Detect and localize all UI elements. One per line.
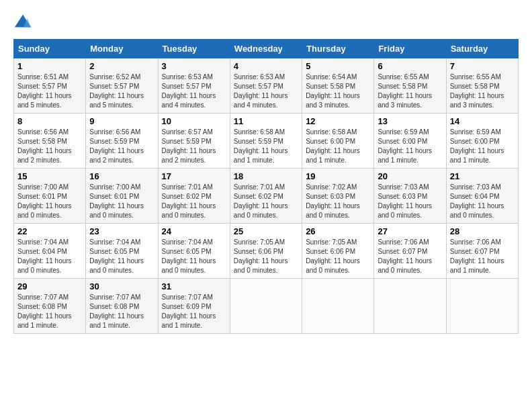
day-info: Sunrise: 7:01 AM Sunset: 6:02 PM Dayligh… xyxy=(162,183,226,220)
day-cell-23: 23 Sunrise: 7:04 AM Sunset: 6:05 PM Dayl… xyxy=(86,224,158,279)
day-cell-10: 10 Sunrise: 6:57 AM Sunset: 5:59 PM Dayl… xyxy=(158,113,230,169)
day-number: 3 xyxy=(162,61,226,71)
day-number: 25 xyxy=(234,226,298,236)
day-info: Sunrise: 6:53 AM Sunset: 5:57 PM Dayligh… xyxy=(162,73,226,110)
weekday-header-monday: Monday xyxy=(86,40,158,58)
day-number: 10 xyxy=(162,116,226,126)
day-cell-4: 4 Sunrise: 6:53 AM Sunset: 5:57 PM Dayli… xyxy=(230,58,302,113)
day-number: 12 xyxy=(306,116,370,126)
day-number: 6 xyxy=(378,61,442,71)
day-cell-11: 11 Sunrise: 6:58 AM Sunset: 5:59 PM Dayl… xyxy=(230,113,302,169)
day-number: 8 xyxy=(17,116,82,126)
day-info: Sunrise: 7:03 AM Sunset: 6:04 PM Dayligh… xyxy=(450,183,515,220)
day-cell-2: 2 Sunrise: 6:52 AM Sunset: 5:57 PM Dayli… xyxy=(86,58,158,113)
day-cell-25: 25 Sunrise: 7:05 AM Sunset: 6:06 PM Dayl… xyxy=(230,224,302,279)
day-cell-19: 19 Sunrise: 7:02 AM Sunset: 6:03 PM Dayl… xyxy=(302,169,374,224)
day-cell-16: 16 Sunrise: 7:00 AM Sunset: 6:01 PM Dayl… xyxy=(86,169,158,224)
day-number: 4 xyxy=(234,61,298,71)
weekday-header-sunday: Sunday xyxy=(14,40,86,58)
day-number: 20 xyxy=(378,171,442,181)
day-info: Sunrise: 7:06 AM Sunset: 6:07 PM Dayligh… xyxy=(378,238,442,275)
day-info: Sunrise: 7:02 AM Sunset: 6:03 PM Dayligh… xyxy=(306,183,370,220)
day-info: Sunrise: 7:07 AM Sunset: 6:09 PM Dayligh… xyxy=(162,293,226,330)
day-number: 13 xyxy=(378,116,442,126)
day-number: 26 xyxy=(306,226,370,236)
day-info: Sunrise: 7:07 AM Sunset: 6:08 PM Dayligh… xyxy=(89,293,154,330)
day-cell-20: 20 Sunrise: 7:03 AM Sunset: 6:03 PM Dayl… xyxy=(374,169,446,224)
day-cell-7: 7 Sunrise: 6:55 AM Sunset: 5:58 PM Dayli… xyxy=(446,58,518,113)
logo-icon xyxy=(13,13,32,32)
day-number: 5 xyxy=(306,61,370,71)
calendar-week-5: 29 Sunrise: 7:07 AM Sunset: 6:08 PM Dayl… xyxy=(14,279,519,334)
day-info: Sunrise: 6:56 AM Sunset: 5:59 PM Dayligh… xyxy=(89,128,154,165)
day-info: Sunrise: 7:03 AM Sunset: 6:03 PM Dayligh… xyxy=(378,183,442,220)
day-number: 24 xyxy=(162,226,226,236)
day-cell-28: 28 Sunrise: 7:06 AM Sunset: 6:07 PM Dayl… xyxy=(446,224,518,279)
day-info: Sunrise: 7:04 AM Sunset: 6:05 PM Dayligh… xyxy=(162,238,226,275)
empty-cell xyxy=(446,279,518,334)
day-number: 23 xyxy=(89,226,154,236)
day-cell-29: 29 Sunrise: 7:07 AM Sunset: 6:08 PM Dayl… xyxy=(14,279,86,334)
weekday-header-saturday: Saturday xyxy=(446,40,518,58)
page-header xyxy=(13,13,519,32)
day-info: Sunrise: 7:05 AM Sunset: 6:06 PM Dayligh… xyxy=(306,238,370,275)
day-info: Sunrise: 6:58 AM Sunset: 6:00 PM Dayligh… xyxy=(306,128,370,165)
empty-cell xyxy=(374,279,446,334)
day-info: Sunrise: 6:54 AM Sunset: 5:58 PM Dayligh… xyxy=(306,73,370,110)
day-info: Sunrise: 6:55 AM Sunset: 5:58 PM Dayligh… xyxy=(378,73,442,110)
calendar-week-3: 15 Sunrise: 7:00 AM Sunset: 6:01 PM Dayl… xyxy=(14,169,519,224)
day-cell-27: 27 Sunrise: 7:06 AM Sunset: 6:07 PM Dayl… xyxy=(374,224,446,279)
day-number: 17 xyxy=(162,171,226,181)
day-info: Sunrise: 7:05 AM Sunset: 6:06 PM Dayligh… xyxy=(234,238,298,275)
day-info: Sunrise: 7:07 AM Sunset: 6:08 PM Dayligh… xyxy=(17,293,82,330)
day-info: Sunrise: 7:00 AM Sunset: 6:01 PM Dayligh… xyxy=(17,183,82,220)
day-cell-21: 21 Sunrise: 7:03 AM Sunset: 6:04 PM Dayl… xyxy=(446,169,518,224)
weekday-header-tuesday: Tuesday xyxy=(158,40,230,58)
day-number: 21 xyxy=(450,171,515,181)
day-cell-26: 26 Sunrise: 7:05 AM Sunset: 6:06 PM Dayl… xyxy=(302,224,374,279)
day-cell-17: 17 Sunrise: 7:01 AM Sunset: 6:02 PM Dayl… xyxy=(158,169,230,224)
day-number: 22 xyxy=(17,226,82,236)
day-cell-5: 5 Sunrise: 6:54 AM Sunset: 5:58 PM Dayli… xyxy=(302,58,374,113)
day-number: 1 xyxy=(17,61,82,71)
logo xyxy=(13,13,35,32)
day-info: Sunrise: 6:59 AM Sunset: 6:00 PM Dayligh… xyxy=(450,128,515,165)
day-number: 27 xyxy=(378,226,442,236)
weekday-header-wednesday: Wednesday xyxy=(230,40,302,58)
empty-cell xyxy=(230,279,302,334)
calendar-week-1: 1 Sunrise: 6:51 AM Sunset: 5:57 PM Dayli… xyxy=(14,58,519,113)
day-cell-15: 15 Sunrise: 7:00 AM Sunset: 6:01 PM Dayl… xyxy=(14,169,86,224)
day-cell-14: 14 Sunrise: 6:59 AM Sunset: 6:00 PM Dayl… xyxy=(446,113,518,169)
day-number: 11 xyxy=(234,116,298,126)
day-number: 16 xyxy=(89,171,154,181)
day-number: 29 xyxy=(17,281,82,291)
day-info: Sunrise: 7:00 AM Sunset: 6:01 PM Dayligh… xyxy=(89,183,154,220)
day-info: Sunrise: 6:59 AM Sunset: 6:00 PM Dayligh… xyxy=(378,128,442,165)
day-cell-18: 18 Sunrise: 7:01 AM Sunset: 6:02 PM Dayl… xyxy=(230,169,302,224)
day-cell-1: 1 Sunrise: 6:51 AM Sunset: 5:57 PM Dayli… xyxy=(14,58,86,113)
calendar-table: SundayMondayTuesdayWednesdayThursdayFrid… xyxy=(13,39,519,334)
day-number: 15 xyxy=(17,171,82,181)
day-info: Sunrise: 6:52 AM Sunset: 5:57 PM Dayligh… xyxy=(89,73,154,110)
day-number: 7 xyxy=(450,61,515,71)
day-cell-8: 8 Sunrise: 6:56 AM Sunset: 5:58 PM Dayli… xyxy=(14,113,86,169)
day-cell-24: 24 Sunrise: 7:04 AM Sunset: 6:05 PM Dayl… xyxy=(158,224,230,279)
day-info: Sunrise: 6:53 AM Sunset: 5:57 PM Dayligh… xyxy=(234,73,298,110)
day-info: Sunrise: 6:51 AM Sunset: 5:57 PM Dayligh… xyxy=(17,73,82,110)
calendar-week-2: 8 Sunrise: 6:56 AM Sunset: 5:58 PM Dayli… xyxy=(14,113,519,169)
weekday-header-friday: Friday xyxy=(374,40,446,58)
day-info: Sunrise: 6:58 AM Sunset: 5:59 PM Dayligh… xyxy=(234,128,298,165)
day-number: 31 xyxy=(162,281,226,291)
day-number: 19 xyxy=(306,171,370,181)
day-cell-22: 22 Sunrise: 7:04 AM Sunset: 6:04 PM Dayl… xyxy=(14,224,86,279)
day-cell-9: 9 Sunrise: 6:56 AM Sunset: 5:59 PM Dayli… xyxy=(86,113,158,169)
day-cell-6: 6 Sunrise: 6:55 AM Sunset: 5:58 PM Dayli… xyxy=(374,58,446,113)
weekday-header-thursday: Thursday xyxy=(302,40,374,58)
day-number: 2 xyxy=(89,61,154,71)
day-cell-12: 12 Sunrise: 6:58 AM Sunset: 6:00 PM Dayl… xyxy=(302,113,374,169)
day-info: Sunrise: 7:01 AM Sunset: 6:02 PM Dayligh… xyxy=(234,183,298,220)
day-cell-31: 31 Sunrise: 7:07 AM Sunset: 6:09 PM Dayl… xyxy=(158,279,230,334)
day-info: Sunrise: 7:06 AM Sunset: 6:07 PM Dayligh… xyxy=(450,238,515,275)
empty-cell xyxy=(302,279,374,334)
day-number: 18 xyxy=(234,171,298,181)
